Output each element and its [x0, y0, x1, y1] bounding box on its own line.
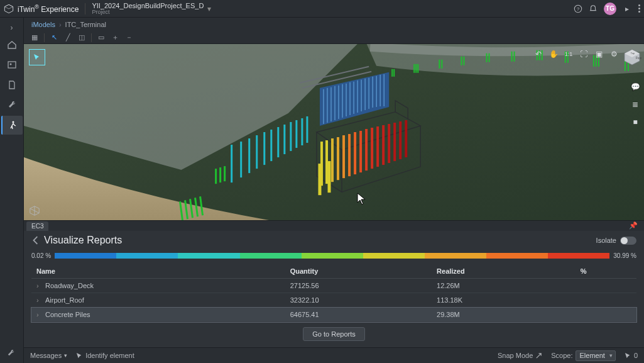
pin-icon[interactable]: 📌 — [625, 220, 641, 231]
col-name[interactable]: Name — [31, 264, 285, 279]
col-pct[interactable]: % — [576, 264, 636, 279]
col-quantity[interactable]: Quantity — [285, 264, 432, 279]
camera-icon[interactable]: ▣ — [594, 49, 604, 59]
isolate-label: Isolate — [596, 237, 616, 244]
settings-wrench-icon[interactable] — [6, 349, 16, 360]
chevron-right-icon: › — [59, 21, 62, 28]
svg-rect-4 — [8, 62, 16, 68]
svg-text:Front: Front — [636, 57, 641, 60]
identify-element-button[interactable]: Identify element — [76, 352, 134, 359]
isolate-toggle-group: Isolate — [596, 237, 636, 245]
isolate-toggle[interactable] — [620, 237, 636, 245]
select-tool-icon[interactable] — [29, 49, 45, 65]
grid-icon[interactable]: ▦ — [29, 32, 40, 43]
breadcrumb-current: ITC_Terminal — [65, 21, 106, 28]
gradient-min-label: 0.02 % — [31, 252, 51, 259]
project-name: YII_2024_DesignBuildProject_ES_D — [92, 3, 204, 9]
map-pin-icon[interactable] — [1, 55, 23, 74]
user-avatar[interactable]: TG — [604, 3, 616, 15]
chevron-right-icon: › — [36, 282, 43, 289]
notifications-icon[interactable] — [589, 4, 598, 13]
snap-mode-button[interactable]: Snap Mode — [498, 352, 542, 359]
home-icon[interactable] — [1, 35, 23, 54]
one-to-one-icon[interactable]: 1:1 — [564, 49, 574, 59]
viewport-top-tools: ↶ ✋ 1:1 ⛶ ▣ ⚙ — [533, 49, 619, 59]
viewport-right-tools: 💬 ≣ ■ — [630, 82, 640, 127]
video-icon[interactable]: ■ — [630, 117, 640, 127]
chevron-right-icon: › — [36, 296, 43, 304]
measure-icon[interactable]: ◫ — [76, 32, 87, 43]
gradient-max-label: 30.99 % — [613, 252, 636, 259]
tab-ec3[interactable]: EC3 — [26, 221, 48, 231]
layers-icon[interactable]: ≣ — [630, 99, 640, 109]
go-to-reports-button[interactable]: Go to Reports — [303, 327, 364, 341]
divider — [44, 33, 45, 42]
help-icon[interactable]: ? — [574, 4, 582, 13]
back-icon[interactable] — [31, 236, 40, 245]
3d-viewport[interactable]: ↶ ✋ 1:1 ⛶ ▣ ⚙ Front Top 💬 ≣ ■ — [24, 44, 644, 220]
header-right: ? TG ▸ — [574, 3, 640, 15]
table-row[interactable]: ›Airport_Roof32322.10113.18K — [31, 293, 636, 308]
view-cube[interactable]: Front Top — [623, 48, 641, 67]
section-icon[interactable]: ▭ — [96, 32, 107, 43]
expand-icon[interactable]: ▸ — [623, 4, 631, 13]
table-row[interactable]: ›Roadway_Deck27125.5612.26M — [31, 279, 636, 293]
walk-icon[interactable] — [1, 116, 23, 135]
app-logo-cluster: iTwin® Experience — [4, 4, 79, 14]
cursor-icon[interactable]: ↖ — [48, 32, 60, 43]
left-nav-rail: › — [0, 18, 24, 363]
gradient-bar — [55, 253, 609, 259]
panel-header: Visualize Reports Isolate — [31, 235, 636, 246]
messages-button[interactable]: Messages▾ — [30, 352, 67, 359]
breadcrumb: iModels › ITC_Terminal — [24, 18, 644, 31]
visualize-reports-panel: Visualize Reports Isolate 0.02 % 30.99 %… — [24, 231, 644, 347]
settings-icon[interactable]: ⚙ — [609, 49, 619, 59]
line-icon[interactable]: ╱ — [62, 32, 74, 43]
svg-text:?: ? — [577, 6, 580, 11]
pan-icon[interactable]: ✋ — [548, 49, 559, 59]
reports-table: Name Quantity Realized % ›Roadway_Deck27… — [31, 264, 636, 322]
panel-title: Visualize Reports — [44, 235, 122, 246]
divider — [91, 33, 92, 42]
app-name: iTwin® Experience — [18, 4, 79, 14]
add-icon[interactable]: ＋ — [109, 32, 121, 43]
scope-selector: Scope: Element — [551, 350, 616, 361]
undo-icon[interactable]: ↶ — [533, 49, 543, 59]
scope-dropdown[interactable]: Element — [576, 350, 616, 361]
table-row[interactable]: ›Concrete Piles64675.4129.38M — [31, 308, 636, 322]
go-to-reports-wrap: Go to Reports — [31, 327, 636, 341]
status-bar: Messages▾ Identify element Snap Mode Sco… — [24, 347, 644, 363]
snap-icon — [535, 352, 542, 359]
breadcrumb-root[interactable]: iModels — [31, 21, 55, 28]
chat-icon[interactable]: 💬 — [630, 82, 640, 92]
project-selector[interactable]: YII_2024_DesignBuildProject_ES_D Project — [92, 3, 204, 15]
bottom-tab-strip: EC3 📌 — [24, 220, 644, 231]
cursor-icon — [625, 352, 631, 359]
fit-icon[interactable]: ⛶ — [579, 49, 589, 59]
wrench-icon[interactable] — [1, 96, 23, 114]
svg-text:Top: Top — [631, 52, 635, 55]
selection-count[interactable]: 0 — [625, 352, 638, 359]
gradient-legend: 0.02 % 30.99 % — [31, 252, 636, 259]
divider — [85, 3, 85, 14]
chevron-right-icon: › — [36, 311, 43, 318]
document-icon[interactable] — [1, 75, 23, 94]
axis-icon[interactable] — [29, 205, 40, 216]
content-area: iModels › ITC_Terminal ▦ ↖ ╱ ◫ ▭ ＋ － — [24, 18, 644, 363]
svg-point-6 — [12, 121, 14, 123]
rail-expand-icon[interactable]: › — [1, 21, 23, 34]
table-header-row: Name Quantity Realized % — [31, 264, 636, 279]
project-sublabel: Project — [92, 9, 204, 15]
svg-marker-1 — [4, 4, 13, 9]
remove-icon[interactable]: － — [123, 32, 134, 43]
cursor-icon — [76, 352, 83, 359]
app-logo-icon — [4, 4, 14, 14]
app-header: iTwin® Experience YII_2024_DesignBuildPr… — [0, 0, 644, 18]
more-menu-icon[interactable] — [638, 4, 640, 13]
svg-point-5 — [9, 64, 11, 65]
view-toolbar: ▦ ↖ ╱ ◫ ▭ ＋ － — [24, 31, 644, 44]
col-realized[interactable]: Realized — [432, 264, 576, 279]
project-dropdown-caret[interactable]: ▾ — [207, 4, 211, 13]
